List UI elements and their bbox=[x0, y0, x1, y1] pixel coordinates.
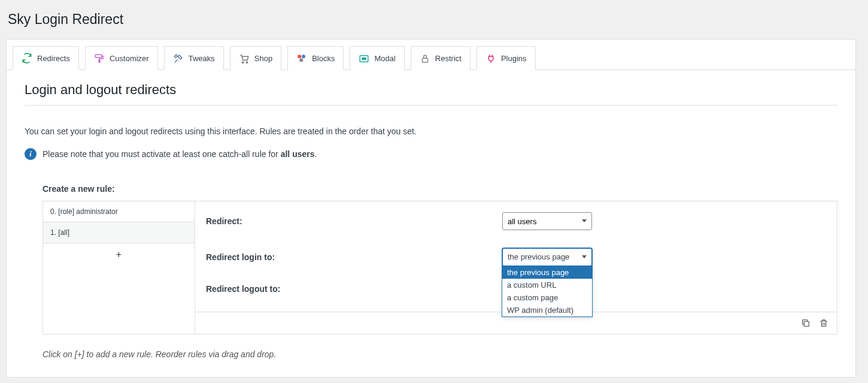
tab-customizer[interactable]: Customizer bbox=[85, 46, 158, 70]
tab-restrict[interactable]: Restrict bbox=[411, 46, 471, 70]
tab-tweaks[interactable]: Tweaks bbox=[164, 46, 224, 70]
lock-icon bbox=[420, 53, 430, 64]
tab-shop[interactable]: Shop bbox=[230, 46, 281, 70]
tab-label: Customizer bbox=[110, 54, 149, 63]
intro-text: You can set your login and logout redire… bbox=[25, 126, 837, 136]
section-title: Login and logout redirects bbox=[25, 82, 837, 105]
modal-icon bbox=[359, 53, 369, 64]
tab-label: Restrict bbox=[435, 54, 462, 63]
dropdown-option[interactable]: a custom URL bbox=[502, 279, 592, 291]
redirect-label: Redirect: bbox=[206, 216, 502, 226]
refresh-icon bbox=[22, 53, 32, 64]
logout-label: Redirect logout to: bbox=[206, 284, 502, 294]
info-icon: i bbox=[25, 148, 37, 160]
roller-icon bbox=[94, 53, 105, 64]
tab-bar: Redirects Customizer Tweaks Shop bbox=[7, 40, 855, 70]
dropdown-option[interactable]: the previous page bbox=[502, 266, 592, 279]
tab-modal[interactable]: Modal bbox=[350, 46, 404, 70]
svg-point-4 bbox=[302, 55, 305, 58]
svg-rect-8 bbox=[422, 58, 427, 62]
tab-label: Shop bbox=[254, 54, 272, 63]
trash-icon[interactable] bbox=[819, 318, 828, 328]
tools-icon bbox=[173, 53, 184, 64]
svg-point-2 bbox=[246, 61, 247, 62]
page-title: Sky Login Redirect bbox=[8, 6, 856, 30]
tab-blocks[interactable]: Blocks bbox=[287, 46, 344, 70]
rule-list: 0. [role] administrator 1. [all] + bbox=[43, 201, 195, 334]
redirect-select[interactable]: all users bbox=[502, 212, 592, 230]
note-text: Please note that you must activate at le… bbox=[43, 149, 317, 159]
login-label: Redirect login to: bbox=[206, 252, 502, 262]
tab-label: Blocks bbox=[312, 54, 335, 63]
tab-label: Tweaks bbox=[189, 54, 215, 63]
dropdown-option[interactable]: a custom page bbox=[502, 291, 592, 304]
svg-rect-7 bbox=[362, 57, 367, 60]
dropdown-option[interactable]: WP admin (default) bbox=[502, 304, 592, 316]
copy-icon[interactable] bbox=[801, 318, 811, 328]
create-rule-label: Create a new rule: bbox=[43, 184, 837, 194]
tab-plugins[interactable]: Plugins bbox=[477, 46, 536, 70]
svg-rect-9 bbox=[804, 321, 809, 326]
login-select[interactable]: the previous page bbox=[502, 248, 592, 266]
svg-point-5 bbox=[299, 58, 303, 62]
svg-point-3 bbox=[298, 55, 301, 58]
tab-redirects[interactable]: Redirects bbox=[13, 46, 79, 70]
tab-label: Modal bbox=[374, 54, 395, 63]
hint-text: Click on [+] to add a new rule. Reorder … bbox=[43, 349, 837, 359]
settings-panel: Redirects Customizer Tweaks Shop bbox=[6, 39, 856, 378]
login-dropdown: the previous page a custom URL a custom … bbox=[502, 266, 593, 317]
note: i Please note that you must activate at … bbox=[25, 148, 837, 160]
svg-point-1 bbox=[242, 61, 243, 62]
tab-label: Plugins bbox=[501, 54, 527, 63]
tab-label: Redirects bbox=[37, 54, 70, 63]
rule-form: Redirect: all users Redirect login to: t… bbox=[195, 201, 837, 334]
plug-icon bbox=[485, 53, 496, 64]
rule-item[interactable]: 1. [all] bbox=[43, 222, 195, 243]
add-rule-button[interactable]: + bbox=[43, 243, 195, 266]
blocks-icon bbox=[296, 53, 307, 64]
cart-icon bbox=[239, 53, 250, 64]
rule-item[interactable]: 0. [role] administrator bbox=[43, 201, 195, 222]
svg-rect-0 bbox=[95, 55, 102, 58]
